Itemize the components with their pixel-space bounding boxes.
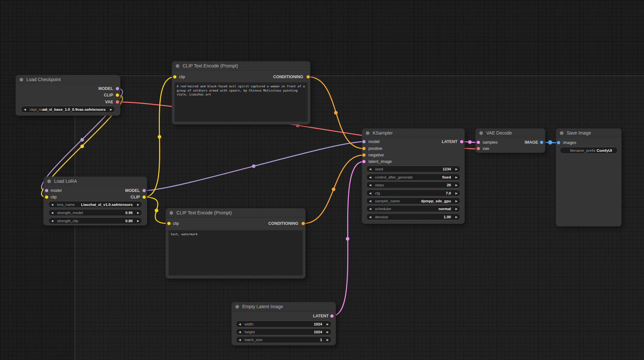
arrow-left-icon[interactable]: ◀ — [239, 323, 241, 325]
output-port-clip[interactable] — [116, 94, 119, 97]
input-port-clip[interactable] — [167, 222, 171, 225]
output-label-clip: CLIP — [104, 93, 113, 98]
node-collapse-dot[interactable] — [170, 211, 173, 215]
node-ksampler[interactable]: KSampler model positive negative latent_… — [362, 128, 465, 224]
arrow-left-icon[interactable]: ◀ — [239, 330, 241, 333]
output-port-model[interactable] — [142, 189, 146, 192]
arrow-right-icon[interactable]: ▶ — [137, 219, 139, 222]
input-port-images[interactable] — [557, 141, 560, 144]
arrow-right-icon[interactable]: ▶ — [326, 338, 329, 341]
widget-width[interactable]: ◀ width 1024 ▶ — [236, 321, 332, 327]
input-port-clip[interactable] — [45, 195, 48, 199]
widget-strength-clip[interactable]: ◀ strength_clip 0.80 ▶ — [48, 217, 142, 224]
arrow-right-icon[interactable]: ▶ — [326, 330, 329, 333]
output-port-latent[interactable] — [460, 140, 463, 143]
node-titlebar[interactable]: Save Image — [556, 128, 622, 138]
arrow-right-icon[interactable]: ▶ — [455, 176, 457, 179]
node-titlebar[interactable]: KSampler — [362, 128, 465, 138]
node-collapse-dot[interactable] — [235, 305, 239, 309]
node-titlebar[interactable]: CLIP Text Encode (Prompt) — [172, 61, 310, 71]
arrow-right-icon[interactable]: ▶ — [455, 207, 457, 210]
arrow-left-icon[interactable]: ◀ — [239, 338, 241, 341]
input-port-model[interactable] — [45, 189, 48, 192]
node-load-lora[interactable]: Load LoRA model clip MODEL CLIP ◀ lora_n… — [43, 177, 147, 225]
node-clip-text-encode-positive[interactable]: CLIP Text Encode (Prompt) clip CONDITION… — [172, 61, 310, 124]
output-label-vae: VAE — [105, 100, 113, 105]
output-port-vae[interactable] — [116, 100, 119, 104]
output-port-conditioning[interactable] — [302, 222, 305, 225]
output-label-model: MODEL — [98, 86, 113, 91]
widget-ckpt-name[interactable]: ◀ ckpt_name sd_xl_base_1.0_0.9vae.safete… — [21, 106, 115, 113]
arrow-right-icon[interactable]: ▶ — [455, 167, 457, 170]
widget-label: control_after_generate — [375, 175, 413, 179]
arrow-right-icon[interactable]: ▶ — [137, 211, 139, 214]
node-load-checkpoint[interactable]: Load Checkpoint MODEL CLIP VAE ◀ ckpt_na… — [16, 75, 120, 116]
widget-label: filename_prefix — [570, 149, 595, 152]
arrow-right-icon[interactable]: ▶ — [326, 323, 329, 325]
input-port-negative[interactable] — [362, 153, 366, 157]
input-port-model[interactable] — [362, 140, 366, 143]
node-collapse-dot[interactable] — [47, 180, 51, 183]
widget-seed[interactable]: ◀ seed 1234 ▶ — [366, 166, 460, 172]
arrow-left-icon[interactable]: ◀ — [369, 167, 371, 170]
input-port-samples[interactable] — [477, 141, 480, 144]
arrow-left-icon[interactable]: ◀ — [51, 203, 53, 206]
arrow-right-icon[interactable]: ▶ — [455, 215, 457, 218]
widget-value: normal — [439, 207, 451, 211]
prompt-textarea[interactable]: text, watermark — [168, 230, 303, 276]
arrow-right-icon[interactable]: ▶ — [137, 203, 139, 206]
output-port-clip[interactable] — [142, 195, 146, 199]
node-titlebar[interactable]: Load Checkpoint — [16, 75, 120, 84]
input-port-clip[interactable] — [173, 75, 176, 79]
arrow-right-icon[interactable]: ▶ — [455, 183, 457, 186]
link-dot — [252, 165, 256, 168]
widget-scheduler[interactable]: ◀ scheduler normal ▶ — [366, 205, 460, 212]
node-titlebar[interactable]: CLIP Text Encode (Prompt) — [166, 208, 306, 218]
node-titlebar[interactable]: VAE Decode — [475, 128, 545, 138]
node-collapse-dot[interactable] — [560, 131, 563, 135]
arrow-left-icon[interactable]: ◀ — [51, 211, 53, 214]
graph-canvas[interactable]: { "icons": { "arrow_left": "◀", "arrow_r… — [0, 0, 644, 360]
widget-sampler-name[interactable]: ◀ sampler_name dpmpp_sde_gpu ▶ — [366, 197, 460, 204]
arrow-left-icon[interactable]: ◀ — [369, 192, 371, 194]
arrow-left-icon[interactable]: ◀ — [369, 183, 371, 186]
arrow-right-icon[interactable]: ▶ — [110, 108, 112, 111]
node-empty-latent-image[interactable]: Empty Latent Image LATENT ◀ width 1024 ▶… — [232, 302, 336, 345]
node-collapse-dot[interactable] — [176, 64, 179, 68]
arrow-right-icon[interactable]: ▶ — [455, 192, 457, 194]
widget-height[interactable]: ◀ height 1024 ▶ — [236, 328, 332, 335]
input-label-samples: samples — [483, 140, 498, 145]
output-port-conditioning[interactable] — [307, 75, 310, 79]
node-clip-text-encode-negative[interactable]: CLIP Text Encode (Prompt) clip CONDITION… — [166, 208, 306, 279]
input-port-vae[interactable] — [477, 147, 480, 150]
widget-denoise[interactable]: ◀ denoise 1.00 ▶ — [366, 213, 460, 220]
arrow-left-icon[interactable]: ◀ — [24, 108, 26, 111]
widget-cfg[interactable]: ◀ cfg 7.0 ▶ — [366, 190, 460, 196]
output-port-image[interactable] — [540, 141, 543, 144]
node-save-image[interactable]: Save Image images filename_prefix ComfyU… — [556, 128, 622, 226]
arrow-left-icon[interactable]: ◀ — [369, 199, 371, 202]
widget-steps[interactable]: ◀ steps 20 ▶ — [366, 181, 460, 188]
prompt-textarea[interactable]: A red-haired and black-faced evil spirit… — [174, 82, 308, 122]
widget-batch-size[interactable]: ◀ batch_size 1 ▶ — [236, 336, 332, 343]
node-collapse-dot[interactable] — [366, 131, 369, 135]
widget-lora-name[interactable]: ◀ lora_name Liaozhai_xl_v1.0.safetensors… — [48, 201, 142, 208]
widget-strength-model[interactable]: ◀ strength_model 0.95 ▶ — [48, 209, 142, 216]
arrow-left-icon[interactable]: ◀ — [51, 219, 53, 222]
output-port-latent[interactable] — [330, 314, 334, 318]
input-port-latent-image[interactable] — [362, 160, 366, 163]
node-collapse-dot[interactable] — [20, 78, 23, 81]
arrow-left-icon[interactable]: ◀ — [369, 215, 371, 218]
output-port-model[interactable] — [116, 87, 119, 90]
arrow-left-icon[interactable]: ◀ — [369, 207, 371, 210]
node-vae-decode[interactable]: VAE Decode samples vae IMAGE — [475, 128, 545, 153]
arrow-left-icon[interactable]: ◀ — [369, 176, 371, 179]
node-collapse-dot[interactable] — [479, 131, 483, 135]
node-titlebar[interactable]: Load LoRA — [43, 177, 147, 186]
widget-filename-prefix[interactable]: filename_prefix ComfyUI — [560, 147, 618, 154]
input-label-positive: positive — [368, 146, 382, 151]
arrow-right-icon[interactable]: ▶ — [455, 199, 457, 202]
input-port-positive[interactable] — [362, 147, 366, 150]
widget-control-after-generate[interactable]: ◀ control_after_generate fixed ▶ — [366, 174, 460, 180]
node-titlebar[interactable]: Empty Latent Image — [232, 302, 336, 311]
